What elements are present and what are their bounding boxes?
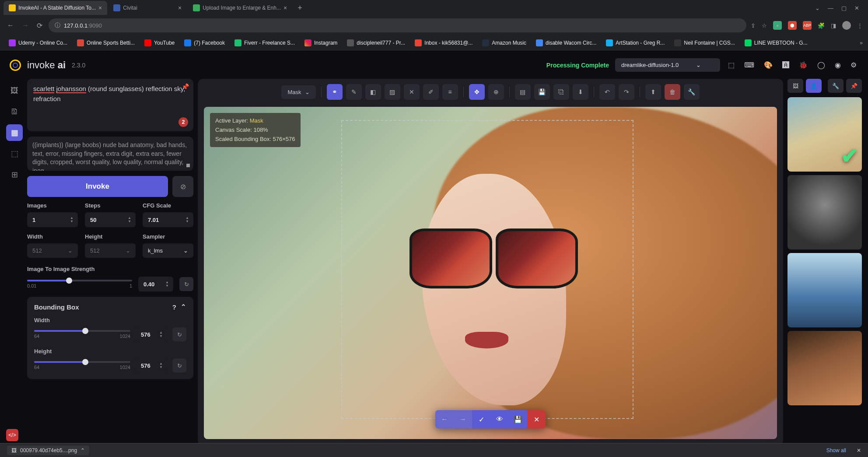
reset-icon[interactable]: ↻ — [179, 277, 193, 291]
extension-icon[interactable]: ⬢ — [788, 21, 797, 30]
download-item[interactable]: 🖼 000979.40d74eb5....png ⌃ — [7, 446, 89, 455]
bookmark-item[interactable]: Fiverr - Freelance S... — [231, 38, 298, 48]
trash-icon[interactable]: 🗑 — [665, 84, 680, 100]
stepper-icon[interactable]: ▴▾ — [186, 216, 188, 223]
bookmarks-overflow-icon[interactable]: » — [860, 40, 863, 46]
bookmark-item[interactable]: LINE WEBTOON - G... — [741, 38, 811, 48]
txt2img-tab[interactable]: 🖼 — [6, 82, 23, 99]
stepper-icon[interactable]: ▴▾ — [160, 331, 162, 338]
browser-tab[interactable]: InvokeAI - A Stable Diffusion To... × — [4, 1, 107, 15]
gallery-results-tab[interactable]: 🖼 — [788, 79, 803, 93]
bookmark-item[interactable]: disable Wacom Circ... — [532, 38, 600, 48]
copy-icon[interactable]: ⿻ — [553, 84, 569, 100]
discard-icon[interactable]: ✕ — [527, 410, 546, 429]
extension-icon[interactable]: ABP — [803, 21, 812, 30]
github-icon[interactable]: ◯ — [816, 59, 827, 71]
images-input[interactable]: 1 ▴▾ — [27, 212, 78, 227]
prompt-input[interactable]: scarlett johansson (round sunglasses) re… — [27, 79, 193, 131]
reload-button[interactable]: ⟳ — [35, 20, 44, 32]
upload-icon[interactable]: ⬆ — [645, 84, 661, 100]
chevron-down-icon[interactable]: ⌄ — [815, 5, 820, 11]
cfg-input[interactable]: 7.01 ▴▾ — [143, 212, 193, 227]
link-icon[interactable]: ⚭ — [327, 84, 343, 100]
maximize-icon[interactable]: ▢ — [841, 5, 847, 11]
accept-icon[interactable]: ✓ — [472, 410, 490, 429]
stepper-icon[interactable]: ▴▾ — [71, 216, 73, 223]
side-panel-icon[interactable]: ◨ — [831, 22, 836, 29]
console-toggle[interactable]: </> — [6, 429, 18, 441]
postproc-tab[interactable]: ⊞ — [6, 166, 23, 183]
merge-icon[interactable]: ▤ — [515, 84, 531, 100]
canvas-viewport[interactable]: Active Layer: Mask Canvas Scale: 108% Sc… — [204, 107, 777, 439]
gallery-thumbnail[interactable] — [788, 253, 862, 327]
close-icon[interactable]: × — [284, 4, 287, 11]
stepper-icon[interactable]: ▴▾ — [129, 216, 130, 223]
bookmark-item[interactable]: Inbox - kik56831@... — [411, 38, 476, 48]
negative-prompt-input[interactable]: ((implants)) (large boobs) nude bad anat… — [27, 137, 193, 171]
chevron-up-icon[interactable]: ⌃ — [80, 447, 85, 453]
back-button[interactable]: ← — [5, 20, 16, 31]
bookmark-item[interactable]: ArtStation - Greg R... — [602, 38, 668, 48]
target-icon[interactable]: ⊕ — [488, 84, 504, 100]
gallery-pin-icon[interactable]: 📌 — [846, 79, 862, 93]
bookmark-item[interactable]: (7) Facebook — [181, 38, 228, 48]
width-select[interactable]: 512 ⌄ — [27, 243, 78, 258]
browser-tab[interactable]: Civitai × — [108, 1, 187, 15]
stepper-icon[interactable]: ▴▾ — [166, 281, 168, 288]
minimize-icon[interactable]: — — [828, 5, 833, 11]
bookmark-item[interactable]: Neil Fontaine | CGS... — [671, 38, 738, 48]
prev-icon[interactable]: ← — [435, 410, 454, 429]
bounding-box-overlay[interactable] — [341, 120, 634, 419]
height-select[interactable]: 512 ⌄ — [85, 243, 136, 258]
fill-icon[interactable]: ▨ — [385, 84, 400, 100]
redo-icon[interactable]: ↷ — [619, 84, 634, 100]
cube-icon[interactable]: ⬚ — [726, 59, 736, 71]
next-icon[interactable]: → — [454, 410, 472, 429]
brush-icon[interactable]: ✎ — [346, 84, 362, 100]
canvas-tab[interactable]: ▦ — [6, 124, 23, 141]
bookmark-item[interactable]: Online Sports Betti... — [74, 38, 138, 48]
new-tab-button[interactable]: + — [293, 1, 307, 15]
settings-icon[interactable]: ⚙ — [849, 59, 858, 71]
profile-avatar[interactable] — [842, 21, 851, 30]
show-all-downloads[interactable]: Show all — [826, 447, 846, 453]
eyedropper-icon[interactable]: ✐ — [423, 84, 439, 100]
bookmark-item[interactable]: Amazon Music — [479, 38, 530, 48]
menu-icon[interactable]: ⋮ — [857, 22, 863, 29]
download-icon[interactable]: ⬇ — [573, 84, 588, 100]
options-icon[interactable]: ≡ — [442, 84, 458, 100]
keyboard-icon[interactable]: ⌨ — [742, 59, 756, 71]
extensions-icon[interactable]: 🧩 — [818, 22, 825, 29]
eraser-icon[interactable]: ◧ — [365, 84, 381, 100]
bookmark-item[interactable]: Udemy - Online Co... — [5, 38, 71, 48]
pin-icon[interactable]: 📌 — [182, 82, 189, 91]
close-icon[interactable]: × — [98, 4, 102, 11]
cancel-button[interactable]: ⊘ — [172, 176, 193, 197]
stepper-icon[interactable]: ▴▾ — [160, 362, 162, 369]
layer-select[interactable]: Mask ⌄ — [281, 85, 315, 99]
settings-icon[interactable]: 🔧 — [684, 84, 700, 100]
steps-input[interactable]: 50 ▴▾ — [85, 212, 136, 227]
close-icon[interactable]: × — [178, 4, 182, 11]
bookmark-item[interactable]: Instagram — [301, 38, 341, 48]
nodes-tab[interactable]: ⬚ — [6, 145, 23, 162]
reset-icon[interactable]: ↻ — [172, 359, 186, 373]
discord-icon[interactable]: ◉ — [833, 59, 843, 71]
help-icon[interactable]: ? — [172, 303, 176, 311]
collapse-icon[interactable]: ⌃ — [181, 303, 186, 311]
bbox-width-input[interactable]: 576 ▴▾ — [136, 327, 167, 342]
invoke-button[interactable]: Invoke — [27, 176, 168, 197]
close-icon[interactable]: ✕ — [854, 5, 859, 11]
bookmark-item[interactable]: YouTube — [141, 38, 178, 48]
bbox-width-slider[interactable] — [34, 330, 130, 332]
palette-icon[interactable]: 🎨 — [762, 59, 774, 71]
save-icon[interactable]: 💾 — [534, 84, 550, 100]
model-select[interactable]: dreamlike-diffusion-1.0 ⌄ — [615, 58, 720, 72]
bookmark-star-icon[interactable]: ☆ — [762, 22, 767, 29]
img2img-tab[interactable]: 🖻 — [6, 103, 23, 120]
site-info-icon[interactable]: ⓘ — [55, 21, 60, 29]
bbox-height-input[interactable]: 576 ▴▾ — [136, 358, 167, 373]
move-icon[interactable]: ✥ — [469, 84, 485, 100]
gallery-user-tab[interactable]: 👤 — [806, 79, 822, 93]
undo-icon[interactable]: ↶ — [599, 84, 615, 100]
